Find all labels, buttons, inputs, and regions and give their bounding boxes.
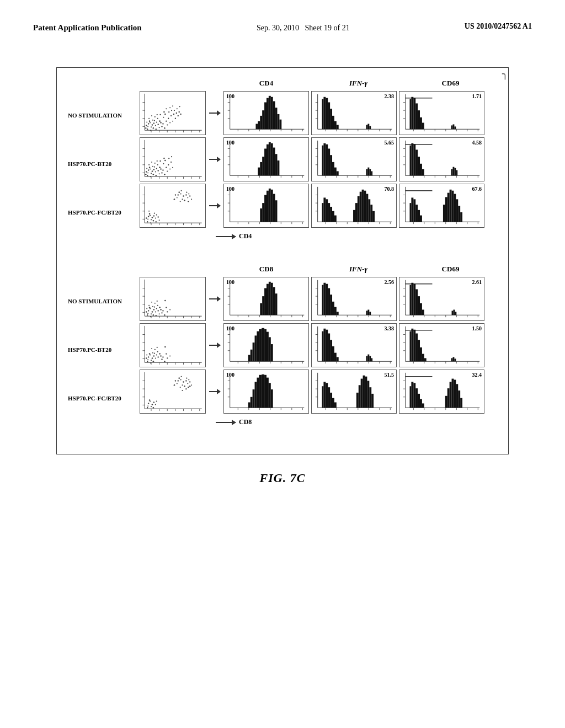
svg-rect-354 xyxy=(322,204,323,222)
svg-rect-365 xyxy=(368,200,370,222)
svg-rect-633 xyxy=(454,359,456,362)
svg-point-43 xyxy=(157,114,158,115)
svg-point-58 xyxy=(175,118,176,119)
plots-grid-bottom: CD8 IFN-γ CD69 xyxy=(140,265,497,426)
svg-point-301 xyxy=(148,211,150,212)
svg-point-192 xyxy=(170,162,172,163)
svg-rect-577 xyxy=(266,332,269,362)
plot-row-bottom-0: 100 xyxy=(140,277,497,321)
svg-rect-399 xyxy=(443,205,445,222)
svg-rect-511 xyxy=(420,303,422,315)
svg-rect-583 xyxy=(248,355,250,362)
svg-point-174 xyxy=(152,166,153,167)
svg-rect-140 xyxy=(454,127,456,130)
hist3-top-0: 1.71 xyxy=(399,91,484,135)
svg-point-656 xyxy=(147,407,148,408)
svg-rect-83 xyxy=(271,97,273,130)
hist3-bottom-2: 32.4 xyxy=(399,370,484,414)
svg-rect-512 xyxy=(422,310,424,315)
svg-point-31 xyxy=(148,118,150,119)
svg-rect-216 xyxy=(264,149,266,176)
svg-point-292 xyxy=(147,221,148,222)
svg-point-188 xyxy=(167,171,168,172)
svg-rect-360 xyxy=(334,216,337,222)
hist2-top-0: 2.38 xyxy=(311,91,397,135)
svg-rect-237 xyxy=(330,156,332,176)
svg-rect-725 xyxy=(363,376,365,408)
svg-point-306 xyxy=(185,195,186,196)
svg-point-550 xyxy=(146,355,147,356)
svg-rect-694 xyxy=(259,375,262,408)
svg-point-27 xyxy=(154,120,155,121)
svg-point-660 xyxy=(180,379,182,381)
svg-point-296 xyxy=(158,217,159,218)
hist2-top-2: 70.8 xyxy=(311,184,397,228)
svg-rect-514 xyxy=(453,310,455,315)
svg-rect-362 xyxy=(362,190,364,222)
svg-point-672 xyxy=(186,378,187,379)
svg-rect-90 xyxy=(260,116,262,129)
svg-point-181 xyxy=(164,174,166,175)
svg-point-50 xyxy=(168,118,169,119)
svg-rect-387 xyxy=(413,200,415,222)
svg-point-535 xyxy=(151,360,152,361)
svg-point-663 xyxy=(185,381,186,382)
svg-rect-753 xyxy=(450,382,452,408)
svg-rect-483 xyxy=(326,284,328,315)
svg-point-60 xyxy=(176,113,178,114)
svg-rect-632 xyxy=(452,357,454,362)
svg-point-417 xyxy=(147,313,148,314)
svg-point-291 xyxy=(155,218,156,219)
svg-rect-605 xyxy=(366,356,367,362)
svg-point-24 xyxy=(153,127,154,129)
col-header-cd69-top: CD69 xyxy=(408,79,493,88)
svg-point-45 xyxy=(163,117,164,118)
svg-rect-752 xyxy=(422,404,424,408)
svg-rect-339 xyxy=(262,204,264,222)
x-axis-label-text-top: CD4 xyxy=(239,232,252,240)
hist1-100-bottom-1: 100 xyxy=(226,325,234,331)
svg-rect-234 xyxy=(323,143,326,176)
svg-point-430 xyxy=(156,315,157,316)
x-axis-label-text-bottom: CD8 xyxy=(239,418,252,426)
svg-point-443 xyxy=(157,301,158,302)
svg-rect-698 xyxy=(269,383,271,408)
svg-rect-356 xyxy=(326,200,328,222)
x-axis-label-bottom: CD8 xyxy=(216,418,252,426)
svg-rect-600 xyxy=(328,334,330,362)
svg-rect-627 xyxy=(418,340,420,362)
svg-rect-235 xyxy=(326,144,328,176)
hist1-bottom-0: 100 xyxy=(223,277,309,321)
svg-point-532 xyxy=(152,358,153,360)
svg-rect-601 xyxy=(330,340,332,362)
svg-rect-268 xyxy=(454,168,456,176)
col-header-cd4: CD4 xyxy=(223,79,309,88)
svg-point-184 xyxy=(157,160,158,162)
svg-point-664 xyxy=(182,385,183,386)
svg-point-15 xyxy=(150,122,151,124)
svg-rect-215 xyxy=(277,160,279,175)
arrow-bottom-0 xyxy=(208,298,221,299)
svg-point-435 xyxy=(157,305,158,306)
svg-point-28 xyxy=(146,125,147,127)
svg-point-284 xyxy=(148,216,149,217)
svg-rect-396 xyxy=(458,206,460,222)
svg-rect-392 xyxy=(450,190,452,222)
svg-rect-110 xyxy=(330,109,332,130)
svg-point-651 xyxy=(147,406,148,407)
svg-point-673 xyxy=(174,384,175,386)
svg-rect-390 xyxy=(420,216,422,222)
svg-rect-141 xyxy=(141,138,205,181)
svg-point-652 xyxy=(153,402,154,403)
svg-rect-749 xyxy=(415,389,418,408)
svg-rect-138 xyxy=(451,126,453,130)
svg-rect-389 xyxy=(418,210,420,222)
svg-point-46 xyxy=(159,114,161,115)
svg-rect-598 xyxy=(323,329,326,361)
svg-rect-89 xyxy=(262,111,264,130)
svg-point-30 xyxy=(156,129,157,130)
hist1-bottom-1: 100 xyxy=(223,323,309,367)
svg-point-552 xyxy=(154,349,156,350)
svg-point-305 xyxy=(177,197,178,199)
svg-rect-0 xyxy=(141,92,205,135)
